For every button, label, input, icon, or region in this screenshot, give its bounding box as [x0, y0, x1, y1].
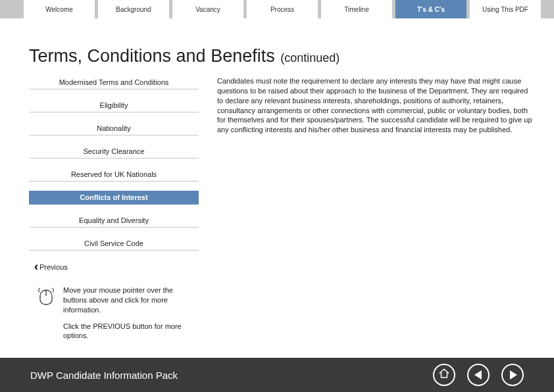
sidebar-item-reserved-uk-nationals[interactable]: Reserved for UK Nationals: [29, 168, 199, 182]
tab-vacancy[interactable]: Vacancy: [172, 0, 243, 18]
page-title-row: Terms, Conditions and Benefits (continue…: [29, 46, 534, 66]
tab-label: Vacancy: [195, 6, 220, 13]
tab-label: Timeline: [344, 6, 368, 13]
sidebar-item-civil-service-code[interactable]: Civil Service Code: [29, 237, 199, 251]
sidebar: Modernised Terms and Conditions Eligibil…: [29, 76, 199, 341]
sidebar-item-conflicts-of-interest[interactable]: Conflicts of Interest: [29, 191, 199, 205]
content-row: Modernised Terms and Conditions Eligibil…: [29, 76, 534, 341]
sidebar-item-label: Civil Service Code: [84, 239, 143, 247]
arrow-left-icon: [474, 370, 482, 380]
tab-using-this-pdf[interactable]: Using This PDF: [470, 0, 541, 18]
sidebar-item-label: Security Clearance: [84, 147, 145, 155]
arrow-right-icon: [510, 370, 517, 380]
sidebar-item-security-clearance[interactable]: Security Clearance: [29, 145, 199, 159]
sidebar-item-label: Eligibility: [100, 101, 128, 109]
next-page-button[interactable]: [501, 364, 524, 386]
tab-terms-conditions[interactable]: T's & C's: [395, 0, 466, 18]
prev-page-button[interactable]: [467, 364, 490, 386]
body-text: Candidates must note the requirement to …: [217, 76, 534, 341]
tab-label: T's & C's: [417, 6, 445, 13]
sidebar-item-label: Reserved for UK Nationals: [71, 170, 157, 178]
tab-process[interactable]: Process: [247, 0, 318, 18]
footer-title: DWP Candidate Information Pack: [30, 370, 178, 381]
sidebar-item-label: Conflicts of Interest: [80, 193, 147, 201]
previous-button[interactable]: ‹‹ Previous: [34, 260, 199, 274]
tab-welcome[interactable]: Welcome: [24, 0, 95, 18]
tab-label: Background: [116, 6, 151, 13]
tab-label: Using This PDF: [482, 6, 528, 13]
home-button[interactable]: [433, 364, 455, 386]
tab-label: Welcome: [45, 6, 73, 13]
footer-bar: DWP Candidate Information Pack: [0, 358, 554, 392]
mouse-pointer-icon: [38, 287, 54, 308]
footer-nav-icons: [433, 364, 524, 386]
top-tab-bar: Welcome Background Vacancy Process Timel…: [0, 0, 554, 18]
tab-timeline[interactable]: Timeline: [321, 0, 392, 18]
page-content: Terms, Conditions and Benefits (continue…: [29, 33, 534, 341]
sidebar-item-modernised-terms[interactable]: Modernised Terms and Conditions: [29, 76, 199, 89]
previous-label: Previous: [39, 263, 68, 271]
sidebar-item-nationality[interactable]: Nationality: [29, 122, 199, 135]
hint-line-1: Move your mouse pointer over the buttons…: [63, 285, 189, 315]
hint-text: Move your mouse pointer over the buttons…: [63, 285, 189, 341]
sidebar-item-equality-diversity[interactable]: Equality and Diversity: [29, 214, 199, 228]
tab-background[interactable]: Background: [98, 0, 169, 18]
sidebar-item-label: Modernised Terms and Conditions: [59, 78, 169, 86]
page-title-suffix: (continued): [280, 51, 340, 64]
page-title: Terms, Conditions and Benefits: [29, 46, 275, 66]
sidebar-item-label: Equality and Diversity: [79, 216, 149, 224]
hint-block: Move your mouse pointer over the buttons…: [38, 285, 189, 341]
home-icon: [438, 368, 450, 382]
tab-label: Process: [270, 6, 294, 13]
sidebar-item-label: Nationality: [97, 124, 130, 132]
sidebar-item-eligibility[interactable]: Eligibility: [29, 99, 199, 112]
hint-line-2: Click the PREVIOUS button for more optio…: [63, 322, 189, 341]
